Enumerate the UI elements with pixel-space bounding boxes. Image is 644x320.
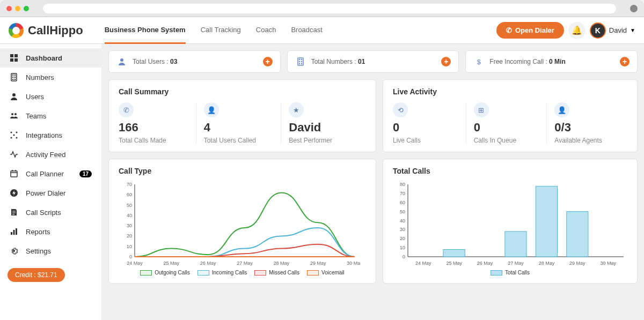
scripts-icon	[10, 208, 18, 217]
svg-text:70: 70	[400, 191, 405, 196]
svg-text:28 May: 28 May	[539, 261, 555, 266]
svg-text:24 May: 24 May	[415, 261, 431, 266]
summary-value: 0/3	[554, 121, 620, 135]
svg-text:60: 60	[127, 192, 132, 198]
user-icon: 👤	[204, 102, 219, 117]
legend-item: Total Calls	[491, 270, 530, 276]
svg-point-26	[299, 59, 299, 59]
sidebar-item-integrations[interactable]: Integrations	[0, 125, 101, 145]
svg-text:80: 80	[400, 182, 405, 187]
summary-value: 0	[393, 121, 458, 135]
chevron-down-icon: ▼	[630, 27, 635, 33]
svg-rect-4	[11, 73, 17, 81]
sidebar-item-power-dialer[interactable]: Power Dialer	[0, 183, 101, 203]
svg-rect-23	[16, 228, 17, 235]
legend-item: Voicemail	[307, 270, 345, 276]
sidebar-item-settings[interactable]: Settings	[0, 241, 101, 261]
sidebar-item-call-planner[interactable]: Call Planner17	[0, 164, 101, 183]
traffic-light-min[interactable]	[15, 6, 20, 11]
svg-point-31	[301, 63, 302, 64]
notifications-button[interactable]: 🔔	[568, 22, 586, 39]
svg-text:10: 10	[400, 245, 405, 251]
sidebar-item-users[interactable]: Users	[0, 87, 101, 106]
sidebar-item-dashboard[interactable]: Dashboard	[0, 48, 101, 68]
summary-label: Calls In Queue	[474, 137, 539, 144]
add-button[interactable]: +	[620, 57, 630, 66]
user-menu[interactable]: K David ▼	[590, 23, 635, 39]
phone-icon: ✆	[119, 102, 134, 117]
svg-text:26 May: 26 May	[477, 261, 493, 266]
svg-point-9	[12, 79, 13, 79]
numbers-icon	[295, 56, 306, 67]
chart-legend: Total Calls	[393, 270, 627, 276]
traffic-light-close[interactable]	[6, 6, 12, 11]
svg-point-8	[14, 77, 15, 77]
line-chart: 01020304050607024 May25 May26 May27 May2…	[119, 182, 360, 267]
svg-text:30 May: 30 May	[347, 261, 360, 266]
power-icon	[10, 189, 18, 197]
integrations-icon	[10, 131, 18, 139]
call-type-chart-panel: Call Type 01020304050607024 May25 May26 …	[108, 159, 376, 284]
sidebar-label: Settings	[26, 247, 51, 255]
svg-text:26 May: 26 May	[200, 261, 216, 266]
user-name: David	[609, 26, 627, 34]
panel-title: Call Summary	[119, 87, 366, 96]
logo[interactable]: CallHippo	[9, 23, 83, 38]
stat-label: Total Numbers : 01	[311, 58, 365, 65]
tab-coach[interactable]: Coach	[256, 17, 276, 44]
profile-icon[interactable]	[630, 5, 638, 12]
credit-pill[interactable]: Credit : $21.71	[8, 268, 65, 282]
tab-business-phone-system[interactable]: Business Phone System	[105, 17, 186, 44]
svg-text:0: 0	[402, 254, 405, 259]
sidebar-item-reports[interactable]: Reports	[0, 222, 101, 241]
add-button[interactable]: +	[441, 57, 451, 66]
tab-call-tracking[interactable]: Call Tracking	[201, 17, 241, 44]
logo-mark-icon	[9, 23, 24, 38]
main-content: Total Users : 03+Total Numbers : 01+$Fre…	[102, 44, 644, 320]
panel-title: Total Calls	[393, 167, 627, 175]
sidebar-label: Numbers	[26, 73, 54, 81]
svg-text:40: 40	[400, 218, 405, 224]
add-button[interactable]: +	[263, 57, 273, 66]
svg-point-6	[14, 75, 15, 75]
chart-legend: Outgoing CallsIncoming CallsMissed Calls…	[119, 270, 366, 276]
traffic-light-max[interactable]	[24, 6, 29, 11]
summary-value: David	[289, 121, 358, 135]
numbers-icon	[10, 73, 18, 81]
phone-icon: ✆	[506, 26, 512, 34]
summary-label: Total Users Called	[204, 137, 274, 144]
sidebar-item-activity-feed[interactable]: Activity Feed	[0, 145, 101, 164]
tab-broadcast[interactable]: Broadcast	[291, 17, 323, 44]
summary-value: 0	[474, 121, 539, 135]
svg-rect-0	[10, 54, 13, 57]
panel-title: Call Type	[119, 167, 366, 175]
legend-item: Outgoing Calls	[140, 270, 190, 276]
svg-text:70: 70	[127, 182, 132, 187]
url-bar[interactable]	[43, 4, 616, 13]
sidebar-item-numbers[interactable]: Numbers	[0, 68, 101, 87]
svg-point-29	[301, 61, 302, 62]
svg-rect-19	[11, 171, 17, 177]
open-dialer-button[interactable]: ✆ Open Dialer	[496, 22, 564, 39]
summary-item: ✆166Total Calls Made	[119, 102, 196, 144]
svg-text:28 May: 28 May	[274, 261, 290, 266]
sidebar-label: Call Scripts	[26, 209, 61, 217]
stat-label: Total Users : 03	[133, 58, 177, 65]
bell-icon: 🔔	[572, 25, 582, 35]
sidebar-label: Call Planner	[26, 170, 64, 178]
sidebar-item-teams[interactable]: Teams	[0, 106, 101, 125]
svg-text:27 May: 27 May	[237, 261, 253, 266]
agents-icon: 👤	[554, 102, 569, 117]
svg-point-11	[12, 93, 16, 96]
sidebar-label: Teams	[26, 112, 46, 120]
svg-text:25 May: 25 May	[446, 261, 462, 266]
summary-label: Available Agents	[554, 137, 620, 144]
summary-item: ⟲0Live Calls	[393, 102, 466, 144]
svg-rect-64	[505, 232, 526, 257]
sidebar-item-call-scripts[interactable]: Call Scripts	[0, 203, 101, 222]
svg-text:40: 40	[127, 213, 132, 218]
svg-text:29 May: 29 May	[569, 261, 586, 266]
queue-icon: ⊞	[474, 102, 489, 117]
stat-label: Free Incoming Call : 0 Min	[489, 58, 565, 65]
avatar: K	[590, 23, 606, 39]
